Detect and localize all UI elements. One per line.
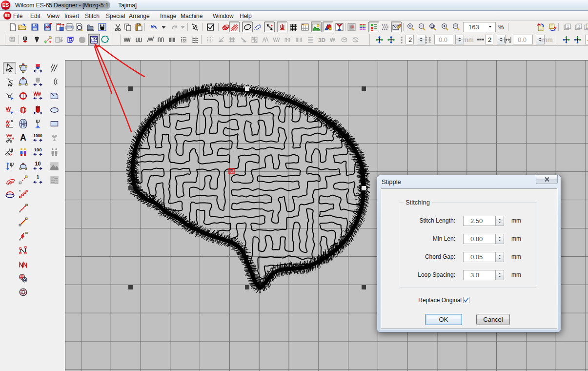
- svg-text:A: A: [20, 133, 26, 143]
- svg-text:1000: 1000: [33, 133, 42, 138]
- svg-text:1: 1: [567, 24, 569, 29]
- svg-text:10: 10: [35, 162, 41, 166]
- svg-text:0: 0: [420, 24, 422, 28]
- svg-text:100: 100: [34, 147, 42, 152]
- svg-text:3D: 3D: [318, 36, 325, 42]
- svg-text:2: 2: [578, 24, 580, 29]
- svg-text:1: 1: [37, 175, 40, 180]
